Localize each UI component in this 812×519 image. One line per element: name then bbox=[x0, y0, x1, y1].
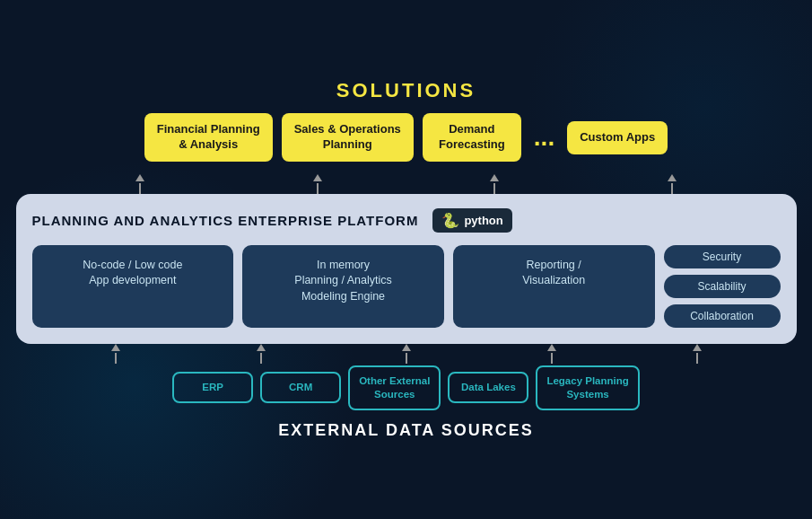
arrow-crm bbox=[257, 344, 266, 364]
feature-collaboration: Collaboration bbox=[664, 304, 781, 328]
external-label: EXTERNAL DATA SOURCES bbox=[278, 421, 533, 440]
arrow-custom bbox=[668, 174, 677, 194]
external-crm: CRM bbox=[260, 372, 341, 403]
external-other: Other ExternalSources bbox=[348, 365, 441, 410]
arrow-sop bbox=[313, 174, 322, 194]
arrow-demand bbox=[490, 174, 499, 194]
component-nocode: No-code / Low codeApp development bbox=[32, 245, 234, 328]
platform-title: PLANNING AND ANALYTICS ENTERPRISE PLATFO… bbox=[32, 213, 419, 228]
solution-financial: Financial Planning& Analysis bbox=[144, 113, 273, 162]
platform-box: PLANNING AND ANALYTICS ENTERPRISE PLATFO… bbox=[16, 194, 797, 344]
feature-scalability: Scalability bbox=[664, 275, 781, 298]
solution-sop: Sales & OperationsPlanning bbox=[282, 113, 414, 162]
arrows-bottom bbox=[16, 344, 797, 364]
solution-dots: ... bbox=[530, 125, 558, 150]
external-datalakes: Data Lakes bbox=[448, 372, 528, 403]
arrow-financial bbox=[135, 174, 144, 194]
external-legacy: Legacy PlanningSystems bbox=[536, 365, 639, 410]
arrows-top bbox=[16, 174, 797, 194]
platform-components: No-code / Low codeApp development In mem… bbox=[32, 245, 781, 328]
arrow-datalakes bbox=[547, 344, 556, 364]
external-row: ERP CRM Other ExternalSources Data Lakes… bbox=[172, 365, 640, 410]
main-container: SOLUTIONS Financial Planning& Analysis S… bbox=[16, 79, 797, 440]
solutions-label: SOLUTIONS bbox=[336, 79, 476, 102]
side-features: Security Scalability Collaboration bbox=[664, 245, 781, 328]
arrow-erp bbox=[111, 344, 120, 364]
external-erp: ERP bbox=[172, 372, 253, 403]
solution-custom: Custom Apps bbox=[567, 121, 668, 154]
solutions-row: Financial Planning& Analysis Sales & Ope… bbox=[144, 113, 668, 162]
arrow-other bbox=[402, 344, 411, 364]
component-reporting: Reporting /Visualization bbox=[453, 245, 655, 328]
solution-demand: DemandForecasting bbox=[423, 113, 521, 162]
component-memory: In memoryPlanning / AnalyticsModeling En… bbox=[242, 245, 444, 328]
python-label: python bbox=[464, 214, 502, 227]
feature-security: Security bbox=[664, 245, 781, 268]
arrow-legacy bbox=[693, 344, 702, 364]
python-icon: 🐍 bbox=[441, 212, 459, 229]
platform-header: PLANNING AND ANALYTICS ENTERPRISE PLATFO… bbox=[32, 208, 781, 233]
python-badge: 🐍 python bbox=[432, 208, 511, 233]
external-label-part2: SOURCES bbox=[441, 421, 534, 439]
external-label-part1: EXTERNAL DATA bbox=[278, 421, 441, 439]
